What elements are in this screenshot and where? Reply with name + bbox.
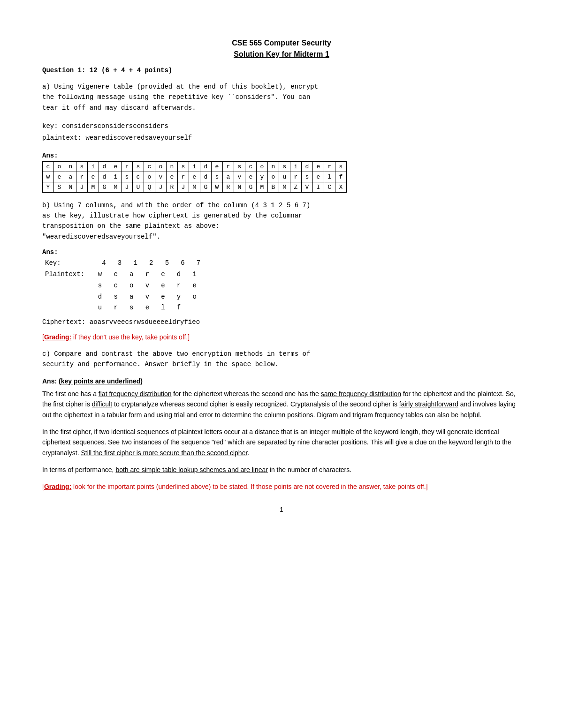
plaintext-row-vals: w e a r e d i [87, 269, 203, 280]
cipher-cell: e [313, 172, 324, 182]
cipher-cell: G [200, 182, 212, 192]
cipher-cell: W [212, 182, 223, 192]
ans-c-underline: key points are underlined [61, 377, 141, 385]
cipher-cell: I [313, 182, 324, 192]
grid-row3-label [42, 292, 87, 303]
cipher-cell: V [302, 182, 313, 192]
plain-value: wearediscoveredsaveyourself [85, 134, 192, 142]
cipher-cell: e [167, 172, 178, 182]
cipher-cell: d [99, 161, 110, 172]
cipher-cell: u [279, 172, 290, 182]
cipher-cell: c [43, 161, 54, 172]
cipher-cell: e [189, 172, 200, 182]
plaintext-row-label: Plaintext: [42, 269, 87, 280]
key-plain-block: key: considersconsidersconsiders plainte… [42, 120, 521, 144]
cipher-cell: M [110, 182, 122, 192]
cipher-cell: a [65, 172, 76, 182]
cipher-cell: e [88, 172, 99, 182]
cipher-cell: i [110, 172, 122, 182]
cipher-table: considersconsidersconsiderswearediscover… [42, 161, 347, 193]
cipher-cell: r [122, 161, 133, 172]
solution-title: Solution Key for Midterm 1 [42, 49, 521, 60]
cipher-cell: s [234, 161, 245, 172]
cipher-cell: X [335, 182, 347, 192]
cipher-cell: s [302, 172, 313, 182]
cipher-cell: U [133, 182, 144, 192]
cipher-cell: f [335, 172, 347, 182]
cipher-cell: c [245, 161, 257, 172]
question1-header: Question 1: 12 (6 + 4 + 4 points) [42, 67, 521, 74]
key-value: considersconsidersconsiders [62, 122, 168, 130]
cipher-cell: v [234, 172, 245, 182]
cipher-cell: C [324, 182, 335, 192]
cipher-cell: w [43, 172, 54, 182]
plain-label: plaintext: [42, 134, 85, 142]
cipher-cell: Z [290, 182, 302, 192]
cipher-cell: J [76, 182, 88, 192]
cipher-cell: J [122, 182, 133, 192]
cipher-cell: r [290, 172, 302, 182]
cipher-cell: r [76, 172, 88, 182]
part-a-text: a) Using Vigenere table (provided at the… [42, 82, 521, 113]
cipher-cell: e [54, 172, 65, 182]
cipher-cell: r [178, 172, 189, 182]
ans-c-body1: The first one has a flat frequency distr… [42, 389, 521, 420]
ciphertext-label: Ciphertext: [42, 318, 90, 326]
cipher-cell: M [257, 182, 268, 192]
cipher-cell: l [324, 172, 335, 182]
cipher-cell: i [290, 161, 302, 172]
cipher-cell: B [268, 182, 279, 192]
page-header: CSE 565 Computer Security Solution Key f… [42, 38, 521, 60]
ciphertext-value: aoasrvveecsrwsdueeeeldryfieo [90, 318, 200, 326]
part-b-text: b) Using 7 columns, and with the order o… [42, 200, 521, 242]
cipher-cell: i [189, 161, 200, 172]
cipher-cell: n [65, 161, 76, 172]
cipher-cell: J [178, 182, 189, 192]
cipher-cell: M [279, 182, 290, 192]
cipher-cell: G [99, 182, 110, 192]
ans-c-body2: In the first cipher, if two identical se… [42, 427, 521, 458]
cipher-cell: e [245, 172, 257, 182]
cipher-cell: s [212, 172, 223, 182]
cipher-cell: r [324, 161, 335, 172]
cipher-cell: d [302, 161, 313, 172]
cipher-cell: s [335, 161, 347, 172]
ans-c-label: Ans: (key points are underlined) [42, 377, 521, 385]
grid-row4-vals: u r s e l f [87, 302, 203, 314]
cipher-cell: Y [43, 182, 54, 192]
grid-row2-vals: s c o v e r e [87, 280, 203, 292]
cipher-cell: M [88, 182, 99, 192]
cipher-cell: s [122, 172, 133, 182]
ans-b-label: Ans: [42, 248, 521, 256]
cipher-cell: R [167, 182, 178, 192]
ans-c-body3: In terms of performance, both are simple… [42, 465, 521, 475]
grading-b-word: Grading: [44, 333, 71, 341]
cipher-cell: n [268, 161, 279, 172]
key-row-label: Key: [42, 258, 87, 269]
key-row-vals: 4 3 1 2 5 6 7 [87, 258, 203, 269]
cipher-cell: n [167, 161, 178, 172]
cipher-cell: o [155, 161, 167, 172]
cipher-cell: a [223, 172, 234, 182]
cipher-cell: s [76, 161, 88, 172]
cipher-cell: G [245, 182, 257, 192]
grading-c-word: Grading: [44, 483, 71, 490]
grid-row4-label [42, 302, 87, 314]
cipher-cell: y [257, 172, 268, 182]
key-label: key: [42, 122, 62, 130]
cipher-cell: i [88, 161, 99, 172]
cipher-cell: o [54, 161, 65, 172]
cipher-cell: Q [144, 182, 155, 192]
cipher-cell: d [200, 172, 212, 182]
cipher-cell: c [144, 161, 155, 172]
grid-row3-vals: d s a v e y o [87, 292, 203, 303]
grading-b: [Grading: if they don't use the key, tak… [42, 332, 521, 342]
cipher-cell: o [257, 161, 268, 172]
cipher-cell: r [223, 161, 234, 172]
cipher-cell: M [189, 182, 200, 192]
grading-c: [Grading: look for the important points … [42, 482, 521, 492]
cipher-cell: N [65, 182, 76, 192]
cipher-cell: N [234, 182, 245, 192]
cipher-cell: e [212, 161, 223, 172]
cipher-cell: c [133, 172, 144, 182]
